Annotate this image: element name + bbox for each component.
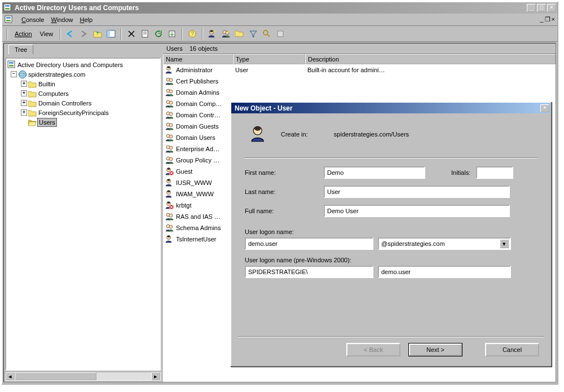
tree-node-domain controllers[interactable]: +Domain Controllers — [7, 98, 158, 108]
tree-node-builtin[interactable]: +Builtin — [7, 79, 158, 89]
logon-pre-label: User logon name (pre-Windows 2000): — [245, 257, 351, 263]
group-icon — [165, 223, 174, 232]
list-item[interactable]: AdministratorUserBuilt-in account for ad… — [163, 64, 556, 76]
scroll-thumb[interactable] — [15, 372, 96, 380]
group-icon — [165, 88, 174, 97]
menu-help[interactable]: Help — [77, 15, 96, 24]
logon-pre-name-field[interactable] — [378, 266, 511, 278]
new-user-icon[interactable] — [206, 28, 219, 40]
help-icon[interactable]: ? — [186, 28, 199, 40]
nav-forward-icon[interactable] — [78, 28, 90, 40]
scroll-right-icon[interactable]: ▸ — [151, 372, 160, 380]
cancel-button[interactable]: Cancel — [485, 343, 539, 356]
delete-icon[interactable] — [125, 28, 138, 40]
tree-body[interactable]: Active Directory Users and Computers − s… — [5, 58, 161, 371]
dialog-body: Create in: spiderstrategies.com/Users Fi… — [231, 113, 550, 336]
refresh-icon[interactable] — [152, 28, 165, 40]
window-title: Active Directory Users and Computers — [15, 4, 527, 12]
list-item-name: Enterprise Ad… — [176, 146, 219, 152]
up-folder-icon[interactable] — [91, 28, 104, 40]
logon-domain-select[interactable]: @spiderstrategies.com ▾ — [378, 237, 511, 250]
logon-name-field[interactable] — [245, 237, 373, 250]
collapse-icon[interactable]: − — [11, 71, 17, 77]
expand-icon[interactable]: + — [21, 81, 27, 87]
svg-point-17 — [263, 30, 268, 35]
column-name[interactable]: Name — [163, 54, 233, 64]
menu-window[interactable]: Window — [47, 15, 76, 24]
tree-node-computers[interactable]: +Computers — [7, 89, 158, 98]
filter-icon[interactable] — [247, 28, 259, 40]
find-icon[interactable] — [261, 28, 273, 40]
full-name-label: Full name: — [245, 208, 324, 214]
dialog-footer: < Back Next > Cancel — [231, 337, 550, 365]
maximize-button[interactable]: □ — [537, 4, 546, 12]
list-item[interactable]: Cert Publishers — [163, 76, 556, 87]
initials-field[interactable] — [476, 166, 513, 179]
svg-rect-10 — [107, 30, 110, 37]
close-button[interactable]: × — [547, 4, 556, 12]
group-icon — [165, 212, 174, 221]
menu-console[interactable]: Console — [18, 15, 47, 24]
next-button[interactable]: Next > — [408, 343, 462, 356]
create-in-path: spiderstrategies.com/Users — [334, 131, 409, 138]
tree-pane: Tree Active Directory Users and Computer… — [4, 43, 163, 382]
tree-node-users[interactable]: Users — [7, 117, 158, 127]
back-button[interactable]: < Back — [346, 343, 400, 356]
toolbar-action[interactable]: Action — [11, 30, 36, 37]
export-icon[interactable] — [166, 28, 178, 40]
expand-icon[interactable]: + — [21, 90, 27, 96]
properties-icon[interactable] — [139, 28, 151, 40]
expand-icon[interactable]: + — [21, 109, 27, 116]
list-item-name: Domain Users — [176, 134, 215, 141]
mdi-restore-button[interactable]: ❐ — [545, 16, 550, 23]
scroll-track[interactable] — [15, 372, 151, 380]
list-item-name: Administrator — [176, 67, 213, 73]
folder-open-icon — [28, 118, 37, 126]
minimize-button[interactable]: _ — [527, 4, 536, 12]
group-icon — [165, 156, 174, 165]
tree-horizontal-scrollbar[interactable]: ◂ ▸ — [5, 372, 161, 381]
list-item-name: Group Policy … — [176, 157, 219, 164]
list-item-name: RAS and IAS … — [176, 213, 221, 220]
dialog-close-button[interactable]: × — [540, 104, 549, 112]
list-item-name: Schema Admins — [176, 224, 221, 231]
create-in-label: Create in: — [281, 131, 308, 138]
tree-node-label: ForeignSecurityPrincipals — [37, 109, 110, 117]
user-x-icon — [165, 201, 174, 210]
new-group-icon[interactable] — [220, 28, 232, 40]
user-icon — [165, 190, 174, 199]
svg-rect-19 — [277, 31, 283, 37]
dropdown-icon[interactable]: ▾ — [500, 239, 509, 248]
expand-icon[interactable]: + — [21, 100, 27, 106]
list-count: 16 objects — [190, 45, 218, 52]
list-item[interactable]: Domain Admins — [163, 87, 556, 98]
group-icon — [165, 144, 174, 153]
toolbar-view[interactable]: View — [37, 30, 57, 37]
logon-domain-value: @spiderstrategies.com — [381, 240, 445, 247]
misc-icon[interactable] — [274, 28, 287, 40]
nav-back-icon[interactable] — [64, 28, 77, 40]
last-name-field[interactable] — [324, 186, 510, 198]
mdi-close-button[interactable]: × — [552, 16, 555, 23]
folder-icon — [28, 109, 37, 117]
new-ou-icon[interactable] — [233, 28, 246, 40]
dialog-title: New Object - User — [232, 104, 540, 112]
svg-text:?: ? — [191, 31, 194, 37]
list-item-type: User — [233, 67, 305, 73]
column-type[interactable]: Type — [233, 54, 305, 64]
first-name-field[interactable] — [324, 166, 425, 179]
mdi-minimize-button[interactable]: _ — [540, 16, 543, 23]
tree-domain[interactable]: − spiderstrategies.com — [7, 69, 158, 79]
group-icon — [165, 122, 174, 131]
list-item-name: Domain Guests — [176, 123, 219, 130]
user-icon — [165, 178, 174, 187]
show-hide-tree-icon[interactable] — [105, 28, 117, 40]
tree-domain-label: spiderstrategies.com — [27, 71, 87, 78]
tree-root[interactable]: Active Directory Users and Computers — [7, 60, 158, 69]
full-name-field[interactable] — [324, 205, 510, 217]
tab-tree[interactable]: Tree — [8, 45, 33, 54]
list-container-name: Users — [166, 45, 183, 52]
scroll-left-icon[interactable]: ◂ — [6, 372, 15, 380]
column-description[interactable]: Description — [305, 54, 556, 64]
tree-node-foreignsecurityprincipals[interactable]: +ForeignSecurityPrincipals — [7, 108, 158, 117]
